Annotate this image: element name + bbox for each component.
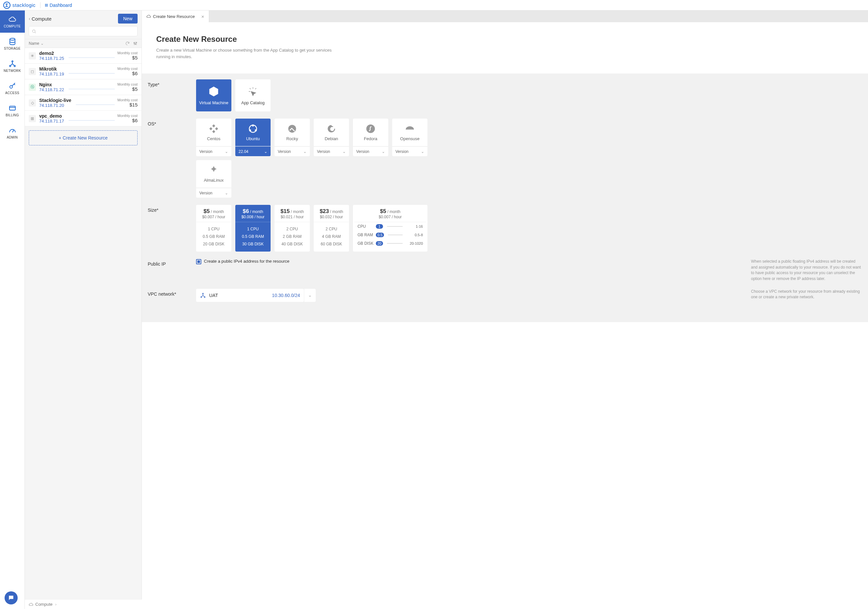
version-select[interactable]: Version⌄: [196, 146, 231, 156]
left-nav: COMPUTE STORAGE NETWORK ACCESS BILLING A…: [0, 11, 25, 609]
opensuse-icon: [405, 124, 415, 133]
resource-row[interactable]: ◻ Mikrotik74.118.71.19 Monthly cost$6: [25, 64, 141, 79]
version-select[interactable]: Version⌄: [274, 146, 310, 156]
type-tile-vm[interactable]: Virtual Machine: [196, 79, 231, 112]
nav-admin[interactable]: ADMIN: [0, 122, 25, 144]
sliders-icon[interactable]: [133, 41, 138, 46]
os-ubuntu[interactable]: Ubuntu22.04⌄: [235, 119, 271, 156]
os-grid: CentosVersion⌄ Ubuntu22.04⌄ RockyVersion…: [196, 119, 431, 198]
cost-label: Monthly cost: [117, 98, 138, 102]
resource-row[interactable]: ◇ Stacklogic-live74.118.71.20 Monthly co…: [25, 95, 141, 111]
ubuntu-icon: [248, 124, 258, 133]
cost-value: $6: [117, 118, 138, 123]
svg-point-17: [250, 129, 251, 131]
close-icon[interactable]: ×: [202, 14, 204, 19]
svg-point-21: [203, 293, 204, 294]
tab-title: Create New Resource: [153, 14, 195, 19]
public-ip-text: Create a public IPv4 address for the res…: [204, 259, 290, 263]
nav-label: NETWORK: [4, 69, 21, 73]
nav-billing[interactable]: BILLING: [0, 99, 25, 122]
chevron-down-icon: ⌄: [264, 149, 267, 154]
resource-row[interactable]: Ⓝ Nginx74.118.71.22 Monthly cost$5: [25, 79, 141, 95]
resource-row[interactable]: ⊞ vpc_demo74.118.71.17 Monthly cost$6: [25, 111, 141, 126]
cost-label: Monthly cost: [117, 82, 138, 86]
svg-point-22: [201, 297, 202, 298]
name-column[interactable]: Name: [29, 41, 39, 46]
nav-label: ADMIN: [7, 136, 18, 139]
breadcrumb[interactable]: Compute ›: [25, 599, 142, 609]
divider: [40, 2, 40, 8]
chevron-down-icon: ⌄: [343, 149, 346, 154]
form-body: Type* Virtual Machine App Catalog: [142, 73, 868, 322]
size-tile-2[interactable]: $15 / month$0.021 / hour2 CPU2 GB RAM40 …: [274, 205, 310, 251]
size-tile-1[interactable]: $6 / month$0.008 / hour1 CPU0.5 GB RAM30…: [235, 205, 271, 251]
resource-row[interactable]: ✳ demo274.118.71.25 Monthly cost$5: [25, 48, 141, 64]
size-tile-0[interactable]: $5 / month$0.007 / hour1 CPU0.5 GB RAM20…: [196, 205, 231, 251]
nav-label: BILLING: [6, 113, 19, 117]
columns-row: Name ⌄: [25, 39, 141, 48]
os-label: OS*: [148, 119, 196, 198]
network-icon: [8, 60, 16, 68]
svg-rect-5: [9, 106, 16, 110]
size-grid: $5 / month$0.007 / hour1 CPU0.5 GB RAM20…: [196, 205, 862, 251]
resource-ip: 74.118.71.25: [39, 56, 64, 61]
os-debian[interactable]: DebianVersion⌄: [314, 119, 349, 156]
breadcrumb-text: Compute: [35, 602, 53, 607]
os-almalinux[interactable]: AlmaLinuxVersion⌄: [196, 160, 231, 198]
resource-ip: 74.118.71.20: [39, 103, 71, 108]
nav-compute[interactable]: COMPUTE: [0, 11, 25, 33]
os-opensuse[interactable]: OpensuseVersion⌄: [392, 119, 428, 156]
new-button[interactable]: New: [118, 14, 138, 23]
search-input[interactable]: [29, 26, 138, 36]
help-bubble[interactable]: [5, 591, 18, 604]
refresh-icon[interactable]: [125, 41, 130, 46]
rocky-icon: [287, 124, 297, 133]
cloud-icon: [29, 602, 33, 607]
svg-point-13: [136, 42, 136, 43]
tab-create-resource[interactable]: Create New Resource ×: [142, 11, 209, 22]
hero: Create New Resource Create a new Virtual…: [148, 28, 862, 68]
nav-label: COMPUTE: [4, 25, 20, 28]
nav-storage[interactable]: STORAGE: [0, 33, 25, 55]
debian-icon: [327, 124, 336, 133]
version-select[interactable]: Version⌄: [196, 188, 231, 198]
svg-point-4: [10, 85, 12, 88]
resource-list: ✳ demo274.118.71.25 Monthly cost$5 ◻ Mik…: [25, 48, 141, 126]
nav-access[interactable]: ACCESS: [0, 77, 25, 99]
chat-icon: [8, 595, 14, 601]
tab-bar: Create New Resource ×: [142, 11, 868, 22]
type-label-text: App Catalog: [241, 100, 265, 105]
slider-ram[interactable]: GB RAM0.50.5-8: [354, 231, 426, 239]
type-label: Type*: [148, 79, 196, 112]
nav-network[interactable]: NETWORK: [0, 55, 25, 77]
os-fedora[interactable]: FedoraVersion⌄: [353, 119, 388, 156]
size-tile-3[interactable]: $23 / month$0.032 / hour2 CPU4 GB RAM60 …: [314, 205, 349, 251]
dashboard-label: Dashboard: [50, 3, 72, 8]
back-chevron-icon[interactable]: ‹: [29, 16, 30, 21]
size-custom[interactable]: $5 / month$0.007 / hour CPU11-16 GB RAM0…: [353, 205, 428, 251]
version-select[interactable]: Version⌄: [314, 146, 349, 156]
create-resource-button[interactable]: + Create New Resource: [29, 130, 138, 146]
svg-point-2: [9, 65, 11, 67]
vpc-select[interactable]: UAT 10.30.60.0/24: [196, 289, 304, 302]
os-centos[interactable]: CentosVersion⌄: [196, 119, 231, 156]
svg-point-3: [14, 65, 16, 67]
chevron-down-icon: ⌄: [421, 149, 424, 154]
dashboard-link[interactable]: Dashboard: [45, 3, 72, 8]
vpc-label: VPC network*: [148, 289, 196, 302]
size-label: Size*: [148, 205, 196, 251]
vpc-dropdown-toggle[interactable]: ⌄: [304, 289, 316, 302]
os-rocky[interactable]: RockyVersion⌄: [274, 119, 310, 156]
type-tile-catalog[interactable]: App Catalog: [235, 79, 271, 112]
logo[interactable]: Σ stacklogic: [3, 2, 36, 9]
type-label-text: Virtual Machine: [199, 100, 228, 105]
version-select[interactable]: Version⌄: [353, 146, 388, 156]
public-ip-check[interactable]: Create a public IPv4 address for the res…: [196, 259, 290, 282]
resource-name: demo2: [39, 51, 64, 56]
slider-disk[interactable]: GB DISK2020-1020: [354, 239, 426, 248]
slider-cpu[interactable]: CPU11-16: [354, 222, 426, 231]
vpc-name: UAT: [209, 293, 218, 298]
vpc-hint: Choose a VPC network for your resource f…: [751, 289, 862, 302]
version-select[interactable]: 22.04⌄: [235, 146, 271, 156]
version-select[interactable]: Version⌄: [392, 146, 428, 156]
